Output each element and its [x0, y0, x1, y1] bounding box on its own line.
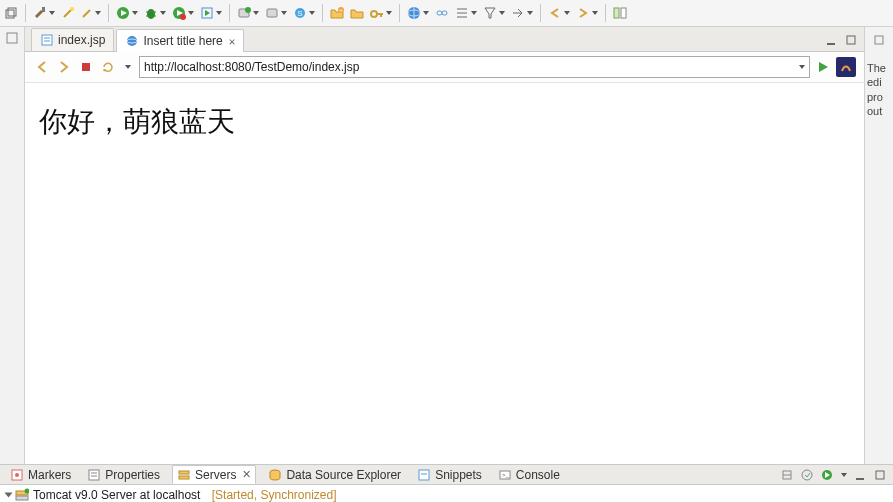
hammer-icon[interactable] [31, 2, 57, 24]
tab-servers[interactable]: Servers ✕ [172, 465, 256, 484]
maximize-view-icon[interactable] [844, 33, 858, 47]
tab-console[interactable]: >_ Console [494, 466, 564, 483]
nav-back-icon[interactable] [33, 58, 51, 76]
url-text: http://localhost:8080/TestDemo/index.jsp [144, 60, 359, 74]
tab-label: Data Source Explorer [286, 468, 401, 482]
console-icon: >_ [498, 468, 512, 482]
restore-icon[interactable] [2, 2, 20, 24]
folder-open-icon[interactable] [348, 2, 366, 24]
tree-expand-icon[interactable] [5, 493, 13, 498]
server-start-icon[interactable] [235, 2, 261, 24]
svg-rect-36 [621, 8, 626, 18]
right-restore-icon[interactable] [872, 33, 886, 47]
svg-rect-1 [8, 8, 16, 16]
browser-engine-icon[interactable] [836, 57, 856, 77]
filter-icon[interactable] [481, 2, 507, 24]
forward-icon[interactable] [574, 2, 600, 24]
svg-marker-47 [819, 62, 828, 72]
tab-snippets[interactable]: Snippets [413, 466, 486, 483]
svg-rect-30 [442, 11, 447, 15]
tab-label: Markers [28, 468, 71, 482]
minimize-bottom-icon[interactable] [853, 468, 867, 482]
minimize-view-icon[interactable] [824, 33, 838, 47]
svg-point-17 [245, 7, 251, 13]
nav-forward-icon[interactable] [55, 58, 73, 76]
globe-small-icon [125, 34, 139, 48]
maximize-bottom-icon[interactable] [873, 468, 887, 482]
nav-history-dropdown[interactable] [125, 65, 131, 69]
svg-point-13 [180, 14, 186, 20]
svg-point-41 [127, 36, 137, 46]
folder-new-icon[interactable]: + [328, 2, 346, 24]
server-menu-dropdown[interactable] [841, 473, 847, 477]
browser-viewport: 你好，萌狼蓝天 [25, 83, 864, 464]
tab-label: Console [516, 468, 560, 482]
run-last-icon[interactable] [170, 2, 196, 24]
run-config-icon[interactable] [198, 2, 224, 24]
globe-icon[interactable] [405, 2, 431, 24]
right-trim: The edi pro out [865, 27, 893, 464]
outline-hint-text: The edi pro out [867, 62, 886, 117]
svg-point-50 [15, 473, 19, 477]
svg-rect-0 [6, 10, 14, 18]
page-body-text: 你好，萌狼蓝天 [39, 106, 235, 137]
nav-stop-icon[interactable] [77, 58, 95, 76]
perspective-icon[interactable] [611, 2, 629, 24]
jsp-file-icon [40, 33, 54, 47]
wand-small-icon[interactable] [79, 2, 103, 24]
tab-label: Insert title here [143, 34, 222, 48]
main-toolbar: S + [0, 0, 893, 27]
svg-rect-37 [7, 33, 17, 43]
svg-rect-18 [267, 9, 277, 17]
publish-icon[interactable] [800, 468, 814, 482]
svg-point-4 [70, 7, 74, 11]
svg-marker-34 [485, 8, 495, 18]
svg-point-63 [802, 470, 812, 480]
svg-rect-45 [82, 63, 90, 71]
svg-rect-48 [875, 36, 883, 44]
server-name[interactable]: Tomcat v9.0 Server at localhost [33, 488, 200, 502]
url-input[interactable]: http://localhost:8080/TestDemo/index.jsp [139, 56, 810, 78]
editor-tab-bar: index.jsp Insert title here ✕ [25, 27, 864, 52]
tab-label: Properties [105, 468, 160, 482]
url-dropdown-icon[interactable] [799, 65, 805, 69]
run-icon[interactable] [114, 2, 140, 24]
tab-browser[interactable]: Insert title here ✕ [116, 29, 244, 52]
key-icon[interactable] [368, 2, 394, 24]
svg-rect-67 [876, 471, 884, 479]
snippets-icon [417, 468, 431, 482]
link-with-editor-icon[interactable] [780, 468, 794, 482]
svg-rect-38 [42, 35, 52, 45]
tab-close-icon[interactable]: ✕ [242, 468, 251, 481]
tab-properties[interactable]: Properties [83, 466, 164, 483]
arrow-icon[interactable] [509, 2, 535, 24]
servers-icon [177, 468, 191, 482]
svg-text:>_: >_ [502, 472, 510, 478]
tab-label: Snippets [435, 468, 482, 482]
svg-rect-69 [16, 496, 28, 500]
link-icon[interactable] [433, 2, 451, 24]
minimize-icon[interactable] [5, 31, 19, 45]
tab-close-icon[interactable]: ✕ [229, 35, 236, 48]
svg-rect-44 [847, 36, 855, 44]
svg-line-5 [83, 10, 90, 17]
back-icon[interactable] [546, 2, 572, 24]
server-debug-icon[interactable] [263, 2, 289, 24]
nav-refresh-icon[interactable] [99, 58, 117, 76]
tab-label: Servers [195, 468, 236, 482]
left-trim [0, 27, 25, 464]
tab-markers[interactable]: Markers [6, 466, 75, 483]
tab-label: index.jsp [58, 33, 105, 47]
outline-icon[interactable] [453, 2, 479, 24]
wand-icon[interactable] [59, 2, 77, 24]
debug-icon[interactable] [142, 2, 168, 24]
svg-marker-15 [205, 10, 210, 16]
start-server-icon[interactable] [820, 468, 834, 482]
new-server-icon[interactable]: S [291, 2, 317, 24]
tab-index-jsp[interactable]: index.jsp [31, 28, 114, 51]
svg-rect-35 [614, 8, 619, 18]
svg-rect-51 [89, 470, 99, 480]
go-icon[interactable] [814, 58, 832, 76]
database-icon [268, 468, 282, 482]
tab-data-source-explorer[interactable]: Data Source Explorer [264, 466, 405, 483]
